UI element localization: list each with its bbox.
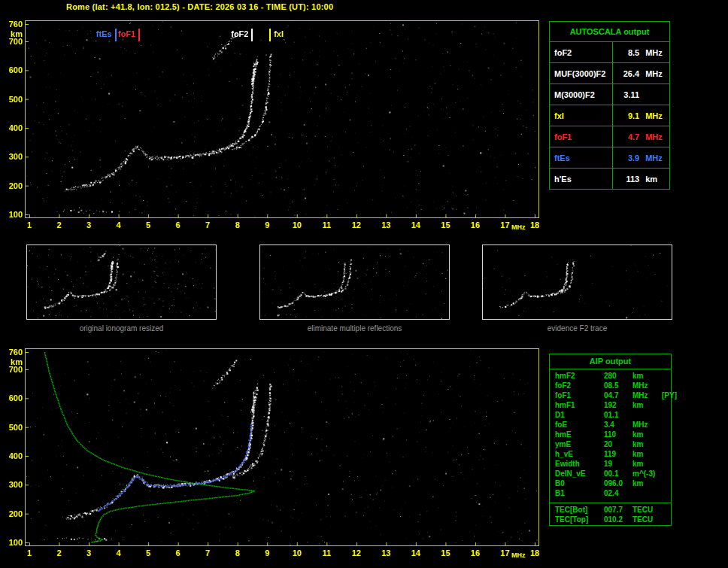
thumbnail-caption-eliminate: eliminate multiple reflections: [259, 324, 450, 333]
aip-extra: [662, 371, 669, 381]
aip-val: 04.7: [604, 390, 632, 400]
autoscala-param-label: MUF(3000)F2: [550, 63, 613, 84]
x-tick-label: 11: [322, 220, 331, 229]
y-tick-label: 300: [2, 152, 23, 161]
x-tick-label: 15: [441, 220, 450, 229]
y-tick-label: 100: [2, 538, 23, 547]
thumbnail-eliminate-reflections: [259, 245, 450, 320]
y-tick-label: 300: [2, 480, 23, 489]
aip-val: 20: [604, 439, 632, 449]
x-tick-label: 14: [411, 548, 420, 557]
x-tick-label: 1: [27, 220, 32, 229]
aip-lab: h_vE: [555, 449, 604, 459]
top-ionogram-canvas: [26, 21, 538, 217]
x-tick-label: 15: [441, 548, 450, 557]
x-tick-label: 5: [146, 220, 150, 229]
autoscala-param-value: 8.5MHz: [613, 42, 670, 63]
aip-lab: foE: [555, 420, 604, 430]
ftEs-marker-line: [115, 29, 117, 41]
aip-unit: m^(-3): [632, 469, 662, 478]
aip-extra: [662, 515, 669, 524]
aip-row-Ewidth: Ewidth19km: [550, 459, 671, 469]
aip-extra: [662, 400, 669, 410]
aip-val: 119: [604, 449, 632, 459]
thumbnail-canvas-evidence: [483, 245, 672, 319]
aip-header: AIP output: [550, 354, 671, 369]
autoscala-header: AUTOSCALA output: [550, 22, 670, 42]
aip-lab: Ewidth: [555, 459, 604, 469]
x-tick-label: 3: [86, 548, 91, 557]
aip-row-hmF1: hmF1192km: [550, 400, 671, 410]
aip-row-B0: B0096.0km: [550, 478, 671, 488]
value-number: 8.5: [614, 48, 639, 57]
aip-lab: B0: [555, 478, 604, 488]
aip-extra: [662, 478, 669, 488]
y-tick-label: 400: [2, 451, 23, 460]
autoscala-param-value: 3.9MHz: [613, 147, 670, 169]
y-tick-label: 200: [2, 181, 23, 190]
x-tick-label: 10: [293, 220, 302, 229]
x-tick-label: 7: [205, 220, 210, 229]
autoscala-param-label: M(3000)F2: [550, 84, 613, 105]
autoscala-param-value: 4.7MHz: [613, 126, 670, 147]
y-axis-unit: km: [2, 29, 23, 38]
x-tick-label: 6: [176, 220, 180, 229]
value-number: 113: [614, 175, 639, 184]
autoscala-param-value: 113km: [613, 169, 670, 190]
aip-unit: [632, 410, 662, 420]
y-tick-label: 760: [2, 20, 23, 29]
aip-unit: TECU: [632, 515, 662, 524]
aip-lab: TEC[Top]: [555, 515, 604, 524]
x-tick-label: 4: [117, 548, 121, 557]
x-tick-label: 13: [381, 220, 390, 229]
aip-val: 010.2: [604, 515, 632, 524]
aip-val: 110: [604, 430, 632, 439]
aip-unit: km: [632, 459, 662, 469]
aip-extra: [662, 459, 669, 469]
value-unit: [639, 90, 669, 99]
aip-extra: [662, 381, 669, 390]
autoscala-param-label: foF1: [550, 126, 613, 147]
thumbnail-caption-original: original ionogram resized: [26, 324, 217, 333]
aip-lab: hmE: [555, 430, 604, 439]
thumbnail-canvas-original: [27, 245, 216, 319]
x-tick-label: 17: [500, 220, 509, 229]
x-tick-label: 16: [471, 548, 480, 557]
value-number: 9.1: [614, 111, 639, 120]
x-tick-label: 1: [27, 548, 32, 557]
x-tick-label: 9: [265, 220, 269, 229]
x-tick-label: 5: [146, 548, 150, 557]
autoscala-output-table: AUTOSCALA output foF28.5MHzMUF(3000)F226…: [549, 21, 670, 190]
aip-val: 007.7: [604, 505, 632, 515]
aip-output-panel: AIP output hmF2280kmfoF208.5MHzfoF104.7M…: [549, 354, 672, 526]
aip-unit: MHz: [632, 420, 662, 430]
x-tick-label: 10: [293, 548, 302, 557]
aip-tec-rows: TEC[Bot]007.7TECUTEC[Top]010.2TECU: [550, 503, 671, 524]
x-tick-label: 8: [235, 220, 240, 229]
x-axis-unit: MHz: [511, 223, 526, 231]
x-tick-label: 7: [205, 548, 210, 557]
x-tick-label: 13: [381, 548, 390, 557]
top-ionogram-plot: ftEsfoF1foF2fxI: [25, 20, 539, 218]
aip-extra: [PY]: [662, 390, 677, 400]
aip-val: 02.4: [604, 488, 632, 498]
x-tick-label: 3: [86, 220, 91, 229]
aip-lab: B1: [555, 488, 604, 498]
aip-lab: foF1: [555, 390, 604, 400]
aip-unit: MHz: [632, 390, 662, 400]
x-tick-label: 18: [530, 220, 539, 229]
aip-extra: [662, 439, 669, 449]
aip-extra: [662, 420, 669, 430]
autoscala-rows: foF28.5MHzMUF(3000)F226.4MHzM(3000)F23.1…: [550, 42, 670, 190]
aip-unit: [632, 488, 662, 498]
x-tick-label: 2: [56, 220, 61, 229]
y-tick-label: 200: [2, 509, 23, 518]
aip-unit: km: [632, 449, 662, 459]
autoscala-param-label: h'Es: [550, 169, 613, 190]
y-tick-label: 760: [2, 348, 23, 357]
autoscala-param-label: fxI: [550, 105, 613, 126]
value-unit: MHz: [639, 48, 669, 57]
aip-extra: [662, 410, 669, 420]
value-number: 3.9: [614, 153, 639, 163]
aip-row-ymE: ymE20km: [550, 439, 671, 449]
